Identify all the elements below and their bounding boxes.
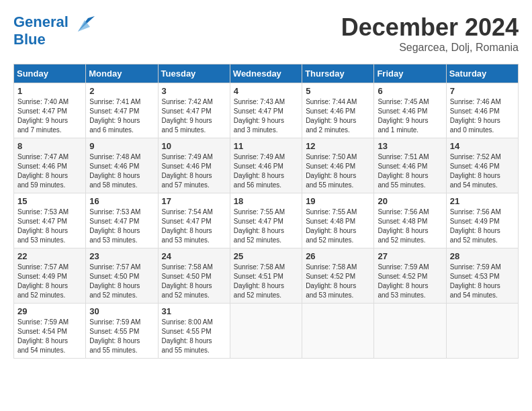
day-number: 26 xyxy=(306,251,370,261)
day-number: 20 xyxy=(378,196,442,206)
calendar-cell: 14Sunrise: 7:52 AM Sunset: 4:46 PM Dayli… xyxy=(446,138,518,193)
day-number: 17 xyxy=(162,196,226,206)
calendar-day-header: Tuesday xyxy=(158,64,230,83)
day-number: 30 xyxy=(89,306,154,316)
calendar-cell: 19Sunrise: 7:55 AM Sunset: 4:48 PM Dayli… xyxy=(302,193,374,248)
day-number: 3 xyxy=(162,86,226,96)
day-number: 13 xyxy=(378,141,442,151)
location: Segarcea, Dolj, Romania xyxy=(341,42,519,54)
day-number: 19 xyxy=(306,196,370,206)
calendar-cell: 8Sunrise: 7:47 AM Sunset: 4:46 PM Daylig… xyxy=(14,138,86,193)
calendar-day-header: Sunday xyxy=(14,64,86,83)
day-info: Sunrise: 7:48 AM Sunset: 4:46 PM Dayligh… xyxy=(89,152,154,190)
calendar-cell: 6Sunrise: 7:45 AM Sunset: 4:46 PM Daylig… xyxy=(374,83,446,138)
calendar-cell: 1Sunrise: 7:40 AM Sunset: 4:47 PM Daylig… xyxy=(14,83,86,138)
day-number: 25 xyxy=(234,251,298,261)
day-number: 10 xyxy=(162,141,226,151)
day-info: Sunrise: 7:49 AM Sunset: 4:46 PM Dayligh… xyxy=(234,152,298,190)
calendar-week-row: 29Sunrise: 7:59 AM Sunset: 4:54 PM Dayli… xyxy=(14,304,519,359)
calendar-table: SundayMondayTuesdayWednesdayThursdayFrid… xyxy=(13,64,519,359)
day-info: Sunrise: 7:51 AM Sunset: 4:46 PM Dayligh… xyxy=(378,152,442,190)
day-number: 21 xyxy=(450,196,515,206)
day-number: 8 xyxy=(17,141,82,151)
day-info: Sunrise: 7:44 AM Sunset: 4:46 PM Dayligh… xyxy=(306,97,370,135)
calendar-cell: 31Sunrise: 8:00 AM Sunset: 4:55 PM Dayli… xyxy=(158,304,230,359)
day-info: Sunrise: 7:58 AM Sunset: 4:52 PM Dayligh… xyxy=(306,263,370,300)
calendar-cell: 26Sunrise: 7:58 AM Sunset: 4:52 PM Dayli… xyxy=(302,248,374,304)
logo: General Blue xyxy=(13,13,95,48)
calendar-day-header: Saturday xyxy=(446,64,518,83)
day-number: 28 xyxy=(450,251,515,261)
day-info: Sunrise: 8:00 AM Sunset: 4:55 PM Dayligh… xyxy=(162,318,226,355)
day-info: Sunrise: 7:59 AM Sunset: 4:52 PM Dayligh… xyxy=(378,263,442,300)
day-info: Sunrise: 7:43 AM Sunset: 4:47 PM Dayligh… xyxy=(234,97,298,135)
day-number: 23 xyxy=(89,251,154,261)
calendar-cell: 2Sunrise: 7:41 AM Sunset: 4:47 PM Daylig… xyxy=(86,83,158,138)
day-number: 24 xyxy=(162,251,226,261)
day-info: Sunrise: 7:45 AM Sunset: 4:46 PM Dayligh… xyxy=(378,97,442,135)
calendar-cell: 24Sunrise: 7:58 AM Sunset: 4:50 PM Dayli… xyxy=(158,248,230,304)
calendar-cell xyxy=(446,304,518,359)
day-number: 16 xyxy=(89,196,154,206)
day-number: 6 xyxy=(378,86,442,96)
calendar-cell: 28Sunrise: 7:59 AM Sunset: 4:53 PM Dayli… xyxy=(446,248,518,304)
calendar-day-header: Monday xyxy=(86,64,158,83)
day-info: Sunrise: 7:56 AM Sunset: 4:48 PM Dayligh… xyxy=(378,208,442,245)
day-number: 27 xyxy=(378,251,442,261)
calendar-cell: 22Sunrise: 7:57 AM Sunset: 4:49 PM Dayli… xyxy=(14,248,86,304)
day-info: Sunrise: 7:57 AM Sunset: 4:49 PM Dayligh… xyxy=(17,263,82,300)
day-info: Sunrise: 7:47 AM Sunset: 4:46 PM Dayligh… xyxy=(17,152,82,190)
day-info: Sunrise: 7:59 AM Sunset: 4:53 PM Dayligh… xyxy=(450,263,515,300)
calendar-cell: 16Sunrise: 7:53 AM Sunset: 4:47 PM Dayli… xyxy=(86,193,158,248)
day-info: Sunrise: 7:53 AM Sunset: 4:47 PM Dayligh… xyxy=(17,208,82,245)
calendar-cell: 5Sunrise: 7:44 AM Sunset: 4:46 PM Daylig… xyxy=(302,83,374,138)
day-info: Sunrise: 7:42 AM Sunset: 4:47 PM Dayligh… xyxy=(162,97,226,135)
day-info: Sunrise: 7:52 AM Sunset: 4:46 PM Dayligh… xyxy=(450,152,515,190)
calendar-cell: 12Sunrise: 7:50 AM Sunset: 4:46 PM Dayli… xyxy=(302,138,374,193)
calendar-day-header: Wednesday xyxy=(230,64,302,83)
day-number: 9 xyxy=(89,141,154,151)
calendar-cell: 21Sunrise: 7:56 AM Sunset: 4:49 PM Dayli… xyxy=(446,193,518,248)
calendar-header-row: SundayMondayTuesdayWednesdayThursdayFrid… xyxy=(14,64,519,83)
calendar-cell: 25Sunrise: 7:58 AM Sunset: 4:51 PM Dayli… xyxy=(230,248,302,304)
calendar-cell: 10Sunrise: 7:49 AM Sunset: 4:46 PM Dayli… xyxy=(158,138,230,193)
day-number: 4 xyxy=(234,86,298,96)
calendar-cell: 15Sunrise: 7:53 AM Sunset: 4:47 PM Dayli… xyxy=(14,193,86,248)
calendar-week-row: 22Sunrise: 7:57 AM Sunset: 4:49 PM Dayli… xyxy=(14,248,519,304)
day-info: Sunrise: 7:40 AM Sunset: 4:47 PM Dayligh… xyxy=(17,97,82,135)
day-info: Sunrise: 7:54 AM Sunset: 4:47 PM Dayligh… xyxy=(162,208,226,245)
calendar-cell: 27Sunrise: 7:59 AM Sunset: 4:52 PM Dayli… xyxy=(374,248,446,304)
calendar-week-row: 15Sunrise: 7:53 AM Sunset: 4:47 PM Dayli… xyxy=(14,193,519,248)
day-info: Sunrise: 7:58 AM Sunset: 4:50 PM Dayligh… xyxy=(162,263,226,300)
calendar-cell: 4Sunrise: 7:43 AM Sunset: 4:47 PM Daylig… xyxy=(230,83,302,138)
day-number: 29 xyxy=(17,306,82,316)
day-number: 14 xyxy=(450,141,515,151)
calendar-day-header: Friday xyxy=(374,64,446,83)
day-number: 7 xyxy=(450,86,515,96)
day-number: 11 xyxy=(234,141,298,151)
month-title: December 2024 xyxy=(341,13,519,42)
day-info: Sunrise: 7:49 AM Sunset: 4:46 PM Dayligh… xyxy=(162,152,226,190)
calendar-cell xyxy=(302,304,374,359)
day-number: 15 xyxy=(17,196,82,206)
day-number: 18 xyxy=(234,196,298,206)
day-number: 31 xyxy=(162,306,226,316)
logo-icon xyxy=(71,15,95,35)
calendar-cell: 30Sunrise: 7:59 AM Sunset: 4:55 PM Dayli… xyxy=(86,304,158,359)
day-number: 2 xyxy=(89,86,154,96)
calendar-cell: 9Sunrise: 7:48 AM Sunset: 4:46 PM Daylig… xyxy=(86,138,158,193)
calendar-cell: 23Sunrise: 7:57 AM Sunset: 4:50 PM Dayli… xyxy=(86,248,158,304)
calendar-cell: 17Sunrise: 7:54 AM Sunset: 4:47 PM Dayli… xyxy=(158,193,230,248)
calendar-cell: 29Sunrise: 7:59 AM Sunset: 4:54 PM Dayli… xyxy=(14,304,86,359)
day-info: Sunrise: 7:58 AM Sunset: 4:51 PM Dayligh… xyxy=(234,263,298,300)
calendar-cell: 18Sunrise: 7:55 AM Sunset: 4:47 PM Dayli… xyxy=(230,193,302,248)
calendar-cell: 7Sunrise: 7:46 AM Sunset: 4:46 PM Daylig… xyxy=(446,83,518,138)
day-info: Sunrise: 7:56 AM Sunset: 4:49 PM Dayligh… xyxy=(450,208,515,245)
day-number: 5 xyxy=(306,86,370,96)
day-info: Sunrise: 7:59 AM Sunset: 4:54 PM Dayligh… xyxy=(17,318,82,355)
calendar-cell xyxy=(374,304,446,359)
page-header: General Blue December 2024 Segarcea, Dol… xyxy=(13,13,519,54)
day-info: Sunrise: 7:50 AM Sunset: 4:46 PM Dayligh… xyxy=(306,152,370,190)
calendar-cell: 11Sunrise: 7:49 AM Sunset: 4:46 PM Dayli… xyxy=(230,138,302,193)
calendar-week-row: 8Sunrise: 7:47 AM Sunset: 4:46 PM Daylig… xyxy=(14,138,519,193)
